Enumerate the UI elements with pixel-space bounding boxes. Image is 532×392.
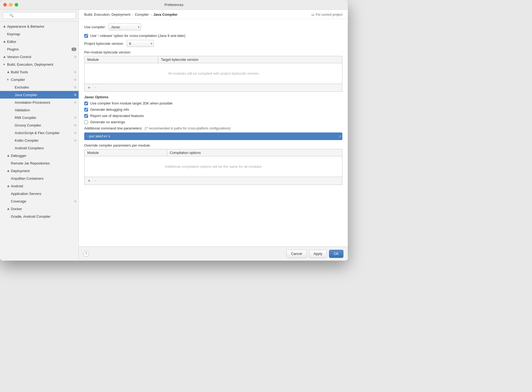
cmd-input[interactable]: [84, 132, 342, 140]
generate-debug-info-row: Generate debugging info: [84, 108, 342, 112]
sidebar-item-plugins[interactable]: ▶ Plugins 1: [0, 45, 79, 53]
use-compiler-from-module-label: Use compiler from module target JDK when…: [90, 101, 173, 105]
for-current-project[interactable]: 🗂 For current project: [311, 13, 342, 17]
sidebar-item-docker[interactable]: ▶ Docker: [0, 205, 79, 213]
sidebar-item-label: Annotation Processors: [15, 100, 74, 105]
use-release-label: Use '--release' option for cross-compila…: [90, 34, 185, 38]
sidebar-item-actionscript-flex[interactable]: ▶ ActionScript & Flex Compiler ⧉: [0, 129, 79, 137]
copy-icon: ⧉: [74, 200, 76, 203]
sidebar-item-arquillian-containers[interactable]: ▶ Arquillian Containers: [0, 175, 79, 182]
copy-icon: ⧉: [74, 131, 76, 135]
maximize-button[interactable]: [15, 3, 18, 7]
use-compiler-from-module-checkbox[interactable]: [84, 102, 88, 105]
sidebar-item-excludes[interactable]: ▶ Excludes ⧉: [0, 83, 79, 91]
sidebar-item-label: Debugger: [11, 154, 79, 158]
sidebar-item-keymap[interactable]: ▶ Keymap: [0, 30, 79, 38]
report-deprecated-checkbox[interactable]: [84, 114, 88, 118]
ok-button[interactable]: OK: [329, 250, 343, 258]
generate-no-warnings-row: Generate no warnings: [84, 120, 342, 124]
sidebar-item-gradle-android-compiler[interactable]: ▶ Gradle, Android Compiler: [0, 213, 79, 220]
chevron-right-icon: ▶: [6, 70, 10, 74]
per-module-table: Module Target bytecode version All modul…: [84, 56, 342, 84]
add-override-button[interactable]: +: [86, 178, 92, 184]
sidebar-item-android-compilers[interactable]: ▶ Android Compilers: [0, 144, 79, 152]
breadcrumb-part-2: Compiler: [135, 12, 149, 17]
sidebar-item-version-control[interactable]: ▶ Version Control ⧉: [0, 53, 79, 61]
per-module-toolbar: + −: [84, 84, 342, 92]
sidebar-item-label: Version Control: [7, 55, 74, 59]
sidebar-item-build-tools[interactable]: ▶ Build Tools ⧉: [0, 68, 79, 76]
use-release-row: Use '--release' option for cross-compila…: [84, 34, 342, 38]
breadcrumb-sep-2: ›: [151, 12, 152, 17]
target-col-header: Target bytecode version: [158, 56, 342, 63]
main-content: 🔍 ▶ Appearance & Behavior ▶ Keymap ▶ Edi…: [0, 10, 348, 261]
remove-module-button[interactable]: −: [93, 85, 99, 91]
sidebar-item-label: Android: [11, 184, 79, 188]
chevron-right-icon: ▶: [6, 184, 10, 188]
cancel-button[interactable]: Cancel: [286, 250, 306, 258]
sidebar-item-deployment[interactable]: ▶ Deployment: [0, 167, 79, 175]
module-col-header: Module: [85, 56, 158, 63]
override-compiler-section: Override compiler parameters per-module:…: [84, 143, 342, 185]
override-compilation-col-header: Compilation options: [167, 149, 342, 156]
panel-body: Use compiler: Javac Eclipse Ajc ▾ Use '-…: [79, 19, 348, 246]
sidebar-item-kotlin-compiler[interactable]: ▶ Kotlin Compiler ⧉: [0, 137, 79, 144]
override-compiler-label: Override compiler parameters per-module:: [84, 143, 342, 147]
sidebar-item-label: Plugins: [7, 47, 71, 51]
chevron-down-icon: ▼: [6, 78, 10, 81]
additional-cmd-hint: ('/' recommended in paths for cross-plat…: [145, 127, 231, 130]
copy-icon: ⧉: [74, 139, 76, 142]
copy-icon: ⧉: [74, 93, 76, 97]
use-compiler-label: Use compiler:: [84, 25, 106, 29]
use-release-checkbox[interactable]: [84, 34, 88, 38]
bytecode-select[interactable]: 8 11 17: [127, 40, 154, 47]
sidebar-item-coverage[interactable]: ▶ Coverage ⧉: [0, 197, 79, 205]
override-compiler-table: Module Compilation options Additional co…: [84, 149, 342, 177]
sidebar-item-label: RMI Compiler: [15, 116, 74, 120]
compiler-select-wrap: Javac Eclipse Ajc ▾: [108, 23, 141, 30]
sidebar-item-build-execution-deployment[interactable]: ▼ Build, Execution, Deployment: [0, 61, 79, 68]
compiler-select[interactable]: Javac Eclipse Ajc: [108, 23, 141, 30]
sidebar-item-label: Editor: [7, 40, 79, 44]
remove-override-button[interactable]: −: [93, 178, 99, 184]
sidebar-item-validation[interactable]: ▶ Validation: [0, 106, 79, 114]
copy-icon: ⧉: [74, 101, 76, 104]
apply-button[interactable]: Apply: [309, 250, 327, 258]
generate-no-warnings-label: Generate no warnings: [90, 120, 125, 124]
chevron-down-icon: ▼: [2, 62, 6, 66]
sidebar-item-appearance-behavior[interactable]: ▶ Appearance & Behavior: [0, 23, 79, 30]
copy-icon: ⧉: [74, 86, 76, 89]
close-button[interactable]: [3, 3, 7, 7]
sidebar-item-debugger[interactable]: ▶ Debugger: [0, 152, 79, 159]
bytecode-version-row: Project bytecode version: 8 11 17 ▾: [84, 40, 342, 47]
chevron-right-icon: ▶: [6, 169, 10, 173]
add-module-button[interactable]: +: [86, 85, 92, 91]
copy-icon: ⧉: [74, 116, 76, 119]
chevron-right-icon: ▶: [2, 55, 6, 59]
sidebar-item-label: Excludes: [15, 85, 74, 89]
search-input[interactable]: [3, 12, 76, 19]
bottom-bar: ? Cancel Apply OK: [79, 246, 348, 261]
help-button[interactable]: ?: [83, 251, 89, 257]
copy-icon: ⧉: [74, 55, 76, 59]
minimize-button[interactable]: [9, 3, 12, 7]
sidebar-item-groovy-compiler[interactable]: ▶ Groovy Compiler ⧉: [0, 121, 79, 129]
generate-debug-info-checkbox[interactable]: [84, 108, 88, 112]
expand-cmd-button[interactable]: ⤢: [339, 135, 341, 138]
sidebar-item-remote-jar-repositories[interactable]: ▶ Remote Jar Repositories: [0, 159, 79, 167]
sidebar-item-compiler[interactable]: ▼ Compiler ⧉: [0, 76, 79, 83]
sidebar-item-label: Groovy Compiler: [15, 123, 74, 127]
sidebar-item-annotation-processors[interactable]: ▶ Annotation Processors ⧉: [0, 99, 79, 106]
per-module-label: Per-module bytecode version:: [84, 50, 342, 54]
sidebar-item-application-servers[interactable]: ▶ Application Servers: [0, 190, 79, 197]
sidebar-item-editor[interactable]: ▶ Editor: [0, 38, 79, 45]
title-bar: Preferences: [0, 0, 348, 10]
sidebar-item-label: Remote Jar Repositories: [11, 161, 79, 165]
sidebar-item-label: Build, Execution, Deployment: [7, 62, 79, 67]
report-deprecated-label: Report use of deprecated features: [90, 114, 144, 118]
generate-no-warnings-checkbox[interactable]: [84, 120, 88, 124]
sidebar-item-rmi-compiler[interactable]: ▶ RMI Compiler ⧉: [0, 114, 79, 121]
sidebar-item-java-compiler[interactable]: ▶ Java Compiler ⧉: [0, 91, 79, 99]
chevron-right-icon: ▶: [2, 40, 6, 43]
sidebar-item-android[interactable]: ▶ Android: [0, 182, 79, 190]
